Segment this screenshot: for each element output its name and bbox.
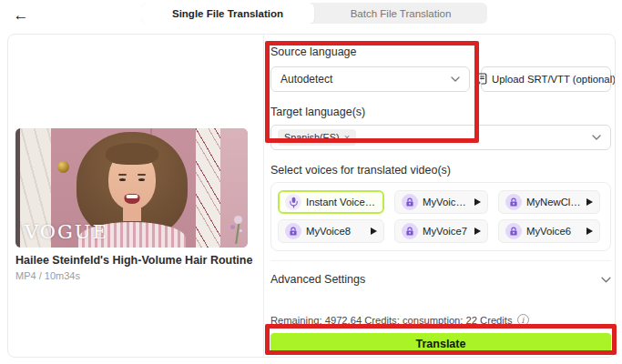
voice-option-label: MyVoice6	[526, 226, 571, 237]
thumbnail-art	[124, 194, 139, 204]
play-icon[interactable]	[371, 228, 377, 235]
lock-icon	[402, 223, 418, 239]
chevron-down-icon	[451, 76, 460, 82]
source-language-select[interactable]: Autodetect	[270, 66, 470, 92]
upload-file-icon	[476, 73, 488, 86]
voice-option-label: MyVoice7	[423, 226, 467, 237]
video-preview-panel: VOGUE Hailee Steinfeld's High-Volume Hai…	[8, 35, 264, 357]
tab-group: Single File Translation Batch File Trans…	[141, 3, 487, 24]
translate-button[interactable]: Translate	[270, 333, 611, 355]
voice-option-myvoice7[interactable]: MyVoice7	[394, 219, 488, 243]
select-voices-label: Select voices for translated video(s)	[270, 164, 611, 177]
info-icon[interactable]: i	[517, 314, 529, 326]
thumbnail-art	[138, 174, 146, 176]
voice-option-label: MyNewClone...	[526, 197, 582, 207]
video-thumbnail: VOGUE	[15, 128, 248, 248]
target-language-select[interactable]: Spanish(ES) ×	[270, 125, 611, 150]
source-language-label: Source language	[270, 46, 611, 58]
voice-option-myvoice8[interactable]: MyVoice8	[278, 219, 384, 243]
chevron-down-icon	[592, 135, 601, 140]
voice-option-instant-voice-clone[interactable]: Instant Voice Clone	[278, 190, 384, 214]
voice-option-mynewclone[interactable]: MyNewClone...	[498, 190, 600, 214]
thumbnail-art	[118, 174, 127, 176]
thumbnail-art	[234, 216, 242, 224]
lock-icon	[505, 194, 522, 210]
voice-option-label: Instant Voice Clone	[306, 197, 377, 207]
thumbnail-art	[119, 178, 126, 181]
voice-option-myvoicelatest[interactable]: MyVoiceLatest	[394, 190, 488, 214]
voice-options-panel: Instant Voice CloneMyVoiceLatestMyNewClo…	[270, 182, 611, 251]
language-tag-spanish: Spanish(ES) ×	[278, 129, 356, 146]
remove-tag-icon[interactable]: ×	[344, 133, 350, 143]
thumbnail-art	[196, 128, 220, 248]
thumbnail-art	[220, 128, 248, 248]
video-title: Hailee Steinfeld's High-Volume Hair Rout…	[15, 254, 254, 267]
video-meta: MP4 / 10m34s	[15, 270, 256, 281]
target-language-label: Target language(s)	[270, 106, 611, 118]
back-icon[interactable]: ←	[10, 5, 32, 26]
credits-text: Remaining: 4972.64 Credits; consumption:…	[270, 315, 513, 326]
advanced-settings-toggle[interactable]: Advanced Settings	[270, 260, 611, 286]
play-icon[interactable]	[474, 228, 481, 235]
lock-icon	[505, 223, 522, 239]
tab-batch-file-translation[interactable]: Batch File Translation	[314, 3, 487, 24]
chevron-down-icon	[601, 277, 611, 283]
voice-option-myvoice6[interactable]: MyVoice6	[498, 219, 600, 243]
tab-single-file-translation[interactable]: Single File Translation	[141, 3, 314, 24]
thumbnail-art	[138, 178, 145, 181]
language-tag-label: Spanish(ES)	[284, 132, 340, 143]
lock-icon	[402, 194, 418, 210]
upload-srt-label: Upload SRT/VTT (optional)	[492, 74, 616, 85]
play-icon[interactable]	[586, 228, 593, 235]
upload-srt-button[interactable]: Upload SRT/VTT (optional)	[481, 66, 611, 92]
microphone-icon	[285, 194, 301, 210]
top-bar: ← Single File Translation Batch File Tra…	[0, 0, 622, 33]
lock-icon	[285, 223, 301, 239]
voice-option-label: MyVoiceLatest	[423, 197, 470, 207]
vogue-watermark: VOGUE	[25, 221, 108, 243]
source-language-value: Autodetect	[280, 73, 332, 86]
play-icon[interactable]	[586, 198, 593, 206]
thumbnail-art	[106, 143, 158, 165]
thumbnail-art	[57, 161, 69, 173]
advanced-settings-label: Advanced Settings	[270, 273, 365, 286]
voice-option-label: MyVoice8	[306, 226, 351, 237]
play-icon[interactable]	[474, 198, 481, 206]
credits-status: Remaining: 4972.64 Credits; consumption:…	[270, 314, 611, 326]
main-card: VOGUE Hailee Steinfeld's High-Volume Hai…	[7, 34, 616, 358]
translation-form-panel: Source language Autodetect Upload SRT/VT…	[264, 35, 615, 357]
